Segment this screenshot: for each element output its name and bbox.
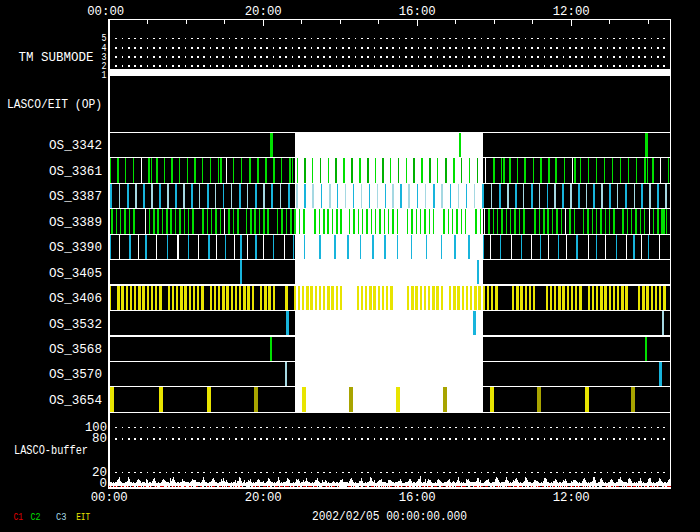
- svg-text:OS_3568: OS_3568: [49, 343, 102, 357]
- svg-text:C2: C2: [31, 511, 41, 523]
- svg-text:OS_3389: OS_3389: [49, 216, 102, 230]
- svg-text:LASCO-buffer: LASCO-buffer: [14, 444, 88, 458]
- svg-text:OS_3405: OS_3405: [49, 267, 102, 281]
- svg-text:12:00: 12:00: [553, 491, 590, 505]
- svg-text:EIT: EIT: [76, 511, 90, 523]
- svg-text:0: 0: [100, 477, 108, 491]
- svg-text:20:00: 20:00: [245, 491, 282, 505]
- svg-text:OS_3390: OS_3390: [49, 241, 102, 255]
- svg-text:OS_3654: OS_3654: [49, 394, 102, 408]
- svg-text:LASCO/EIT (OP): LASCO/EIT (OP): [7, 98, 102, 112]
- svg-text:00:00: 00:00: [91, 491, 128, 505]
- svg-text:2002/02/05 00:00:00.000: 2002/02/05 00:00:00.000: [312, 510, 467, 524]
- svg-text:16:00: 16:00: [399, 5, 436, 19]
- svg-text:80: 80: [92, 432, 107, 446]
- svg-text:OS_3361: OS_3361: [49, 165, 102, 179]
- svg-text:12:00: 12:00: [553, 5, 590, 19]
- svg-text:20:00: 20:00: [245, 5, 282, 19]
- svg-text:C3: C3: [56, 511, 67, 523]
- svg-text:C1: C1: [14, 511, 24, 523]
- svg-text:OS_3342: OS_3342: [49, 139, 102, 153]
- svg-text:TM SUBMODE: TM SUBMODE: [19, 51, 94, 65]
- svg-text:16:00: 16:00: [399, 491, 436, 505]
- svg-text:1: 1: [102, 70, 107, 81]
- svg-text:OS_3387: OS_3387: [49, 190, 102, 204]
- svg-text:00:00: 00:00: [87, 5, 124, 19]
- svg-text:OS_3570: OS_3570: [49, 368, 102, 382]
- svg-text:OS_3406: OS_3406: [49, 292, 102, 306]
- svg-text:OS_3532: OS_3532: [49, 318, 102, 332]
